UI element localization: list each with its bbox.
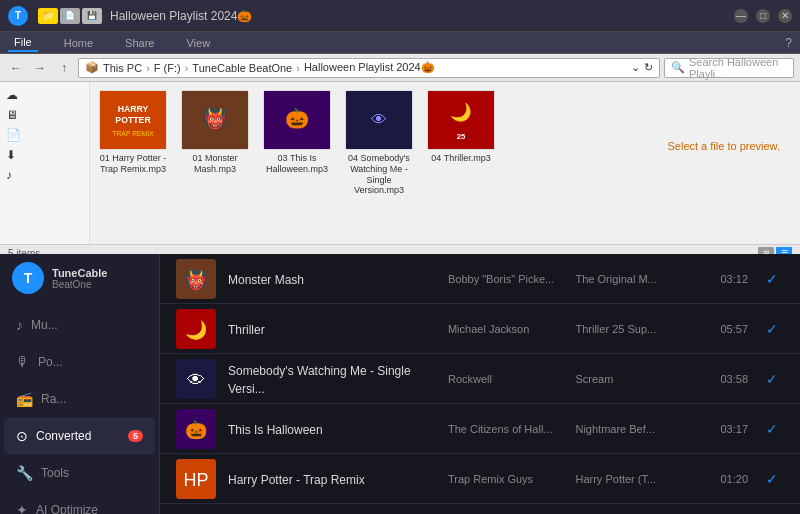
forward-button[interactable]: →: [30, 58, 50, 78]
track-row[interactable]: 👁 Somebody's Watching Me - Single Versi.…: [160, 354, 800, 404]
tab-icon-save: 💾: [82, 8, 102, 24]
svg-text:POTTER: POTTER: [115, 115, 151, 125]
sidebar-item-podcast[interactable]: 🎙 Po...: [4, 344, 155, 380]
track-row[interactable]: 🌙 Thriller Michael Jackson Thriller 25 S…: [160, 304, 800, 354]
address-bar[interactable]: 📦 This PC › F (F:) › TuneCable BeatOne ›…: [78, 58, 660, 78]
checkmark-icon: ✓: [766, 421, 778, 437]
track-title: Somebody's Watching Me - Single Versi...: [228, 361, 436, 397]
fe-thumb-monstermash: 👹: [181, 90, 249, 150]
fe-left-desktop[interactable]: 🖥: [4, 106, 85, 124]
tools-icon: 🔧: [16, 465, 33, 481]
fe-file-somebody[interactable]: 👁 04 Somebody's Watching Me - Single Ver…: [344, 90, 414, 236]
fe-main-area: HARRY POTTER TRAP REMIX 01 Harry Potter …: [90, 82, 800, 244]
fe-filename-monstermash: 01 Monster Mash.mp3: [180, 153, 250, 175]
help-button[interactable]: ?: [785, 36, 792, 50]
search-box[interactable]: 🔍 Search Halloween Playli...: [664, 58, 794, 78]
address-refresh-icon[interactable]: ↻: [644, 61, 653, 74]
main-content: 👹 Monster Mash Bobby "Boris" Picke... Th…: [160, 254, 800, 514]
checkmark-icon: ✓: [766, 271, 778, 287]
track-check: ✓: [760, 271, 784, 287]
sidebar-item-radio[interactable]: 📻 Ra...: [4, 381, 155, 417]
svg-text:HP: HP: [183, 470, 208, 490]
fe-left-documents[interactable]: 📄: [4, 126, 85, 144]
breadcrumb-drive: F (F:): [154, 62, 181, 74]
sidebar-label-tools: Tools: [41, 466, 69, 480]
track-check: ✓: [760, 371, 784, 387]
music-icon: ♪: [16, 317, 23, 333]
window-controls: — □ ✕: [734, 9, 792, 23]
close-button[interactable]: ✕: [778, 9, 792, 23]
sidebar-label-podcast: Po...: [38, 355, 63, 369]
track-artist: Trap Remix Guys: [448, 473, 564, 485]
fe-left-onedrive[interactable]: ☁: [4, 86, 85, 104]
sidebar-item-ai[interactable]: ✦ AI Optimize: [4, 492, 155, 514]
svg-text:🎃: 🎃: [185, 419, 208, 441]
svg-text:🎃: 🎃: [285, 107, 310, 130]
breadcrumb-thispc-label: This PC: [103, 62, 142, 74]
sidebar-item-tools[interactable]: 🔧 Tools: [4, 455, 155, 491]
fe-left-music[interactable]: ♪: [4, 166, 85, 184]
track-check: ✓: [760, 421, 784, 437]
sidebar-label-radio: Ra...: [41, 392, 66, 406]
ribbon-tab-home[interactable]: Home: [58, 35, 99, 51]
maximize-button[interactable]: □: [756, 9, 770, 23]
sidebar-logo-subtext: BeatOne: [52, 279, 107, 290]
fe-file-monstermash[interactable]: 👹 01 Monster Mash.mp3: [180, 90, 250, 236]
svg-text:TRAP REMIX: TRAP REMIX: [112, 130, 154, 137]
fe-file-halloween[interactable]: 🎃 03 This Is Halloween.mp3: [262, 90, 332, 236]
track-artist: Michael Jackson: [448, 323, 564, 335]
window-title: Halloween Playlist 2024🎃: [110, 9, 734, 23]
fe-left-panel: ☁ 🖥 📄 ⬇ ♪: [0, 82, 90, 244]
svg-text:👁: 👁: [371, 111, 387, 128]
tracks-container: 👹 Monster Mash Bobby "Boris" Picke... Th…: [160, 254, 800, 504]
track-duration: 03:12: [703, 273, 748, 285]
breadcrumb-app: TuneCable BeatOne: [192, 62, 292, 74]
track-title: Monster Mash: [228, 270, 436, 288]
track-thumb: HP: [176, 459, 216, 499]
fe-toolbar: ← → ↑ 📦 This PC › F (F:) › TuneCable Bea…: [0, 54, 800, 82]
track-album: Thriller 25 Sup...: [575, 323, 691, 335]
address-dropdown-icon[interactable]: ⌄: [631, 61, 640, 74]
minimize-button[interactable]: —: [734, 9, 748, 23]
track-thumb: 👁: [176, 359, 216, 399]
breadcrumb-thispc: 📦: [85, 61, 99, 74]
file-explorer: ← → ↑ 📦 This PC › F (F:) › TuneCable Bea…: [0, 54, 800, 254]
sidebar-label-music: Mu...: [31, 318, 58, 332]
app-layout: T TuneCable BeatOne ♪ Mu... 🎙 Po... 📻 Ra…: [0, 254, 800, 514]
track-artist: Rockwell: [448, 373, 564, 385]
fe-file-thriller[interactable]: 🌙 25 04 Thriller.mp3: [426, 90, 496, 236]
breadcrumb-folder: Halloween Playlist 2024🎃: [304, 61, 435, 74]
fe-left-downloads[interactable]: ⬇: [4, 146, 85, 164]
ribbon-tab-share[interactable]: Share: [119, 35, 160, 51]
track-row[interactable]: HP Harry Potter - Trap Remix Trap Remix …: [160, 454, 800, 504]
fe-content: ☁ 🖥 📄 ⬇ ♪: [0, 82, 800, 244]
radio-icon: 📻: [16, 391, 33, 407]
sidebar: T TuneCable BeatOne ♪ Mu... 🎙 Po... 📻 Ra…: [0, 254, 160, 514]
track-row[interactable]: 🎃 This Is Halloween The Citizens of Hall…: [160, 404, 800, 454]
ribbon-tab-view[interactable]: View: [180, 35, 216, 51]
fe-file-hptrap[interactable]: HARRY POTTER TRAP REMIX 01 Harry Potter …: [98, 90, 168, 236]
fe-preview-text: Select a file to preview.: [667, 140, 780, 152]
sidebar-item-music[interactable]: ♪ Mu...: [4, 307, 155, 343]
tab-icon-new: 📄: [60, 8, 80, 24]
search-icon: 🔍: [671, 61, 685, 74]
converted-badge: 5: [128, 430, 143, 442]
fe-thumb-hptrap: HARRY POTTER TRAP REMIX: [99, 90, 167, 150]
sidebar-item-converted[interactable]: ⊙ Converted 5: [4, 418, 155, 454]
app-icon: T: [8, 6, 28, 26]
track-row[interactable]: 👹 Monster Mash Bobby "Boris" Picke... Th…: [160, 254, 800, 304]
back-button[interactable]: ←: [6, 58, 26, 78]
fe-thumb-halloween: 🎃: [263, 90, 331, 150]
track-check: ✓: [760, 321, 784, 337]
checkmark-icon: ✓: [766, 471, 778, 487]
svg-text:🌙: 🌙: [450, 101, 472, 123]
sidebar-logo: T TuneCable BeatOne: [0, 254, 159, 302]
track-check: ✓: [760, 471, 784, 487]
sidebar-label-ai: AI Optimize: [36, 503, 98, 514]
track-title: This Is Halloween: [228, 420, 436, 438]
ribbon-tab-file[interactable]: File: [8, 34, 38, 52]
up-button[interactable]: ↑: [54, 58, 74, 78]
track-album: Scream: [575, 373, 691, 385]
fe-thumb-somebody: 👁: [345, 90, 413, 150]
track-thumb: 🎃: [176, 409, 216, 449]
